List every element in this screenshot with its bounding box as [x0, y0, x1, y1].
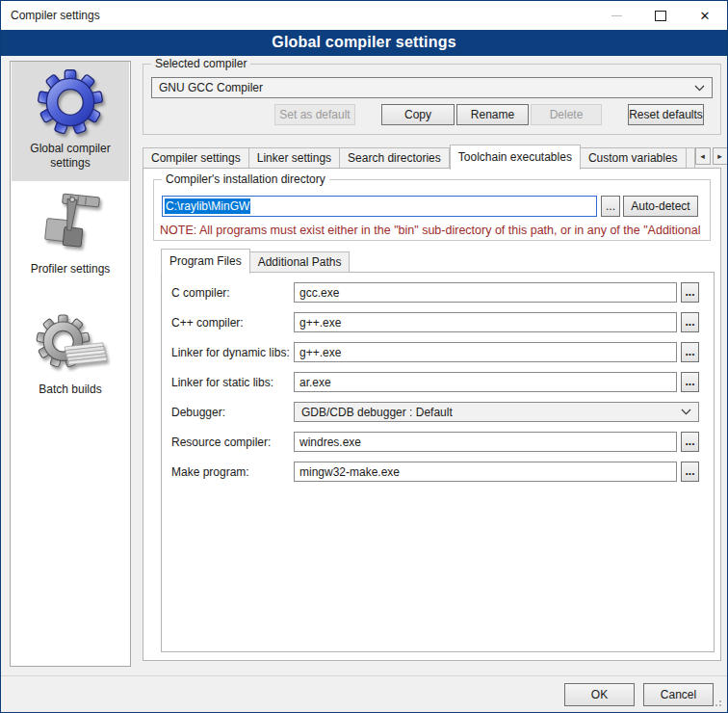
browse-button[interactable]: ...: [681, 282, 699, 303]
minimize-button[interactable]: [594, 1, 638, 30]
tab-scroll-left-button[interactable]: ◂: [695, 147, 711, 165]
settings-tab-strip: Compiler settings Linker settings Search…: [143, 144, 720, 169]
resource-compiler-input[interactable]: [294, 432, 677, 452]
set-as-default-button[interactable]: Set as default: [274, 104, 355, 125]
arrow-right-icon: ▸: [717, 151, 722, 161]
c-compiler-input[interactable]: [294, 282, 677, 303]
program-files-page: C compiler: ... C++ compiler: ... Linker…: [161, 272, 715, 652]
ellipsis-icon: ...: [685, 375, 694, 388]
browse-button[interactable]: ...: [681, 432, 699, 452]
maximize-button[interactable]: [638, 1, 683, 30]
reset-defaults-button[interactable]: Reset defaults: [628, 104, 704, 125]
ok-button[interactable]: OK: [564, 683, 635, 706]
sidebar-item-global-compiler-settings[interactable]: Global compiler settings: [12, 62, 129, 181]
debugger-select[interactable]: GDB/CDB debugger : Default: [294, 402, 699, 422]
selected-compiler-select[interactable]: GNU GCC Compiler: [151, 77, 713, 98]
browse-button[interactable]: ...: [681, 372, 699, 392]
tab-scroll-buttons: ◂ ▸: [695, 147, 728, 165]
delete-button[interactable]: Delete: [531, 104, 602, 125]
maximize-icon: [655, 11, 666, 21]
tab-search-directories[interactable]: Search directories: [340, 147, 450, 169]
ellipsis-icon: ...: [685, 285, 694, 299]
ellipsis-icon: ...: [685, 464, 694, 478]
tab-custom-variables[interactable]: Custom variables: [581, 147, 687, 169]
note-text: NOTE: All programs must exist either in …: [160, 224, 708, 237]
ellipsis-icon: ...: [685, 435, 694, 448]
blue-gear-icon: [34, 66, 107, 139]
arrow-left-icon: ◂: [700, 151, 705, 161]
cpp-compiler-input[interactable]: [294, 312, 677, 332]
toolchain-fields: C compiler: ... C++ compiler: ... Linker…: [162, 273, 714, 482]
static-libs-linker-input[interactable]: [294, 372, 677, 392]
compiler-button-row: Set as default Copy Rename Delete Reset …: [143, 104, 720, 125]
resize-grip[interactable]: [719, 704, 721, 706]
group-legend: Selected compiler: [151, 57, 250, 70]
title-bar[interactable]: Compiler settings ✕: [1, 1, 727, 30]
chevron-down-icon: [681, 409, 691, 415]
auto-detect-button[interactable]: Auto-detect: [623, 196, 698, 217]
field-row-debugger: Debugger: GDB/CDB debugger : Default: [162, 402, 714, 422]
minimize-icon: [611, 15, 622, 16]
field-row-cpp-compiler: C++ compiler: ...: [162, 312, 714, 332]
close-icon: ✕: [700, 10, 711, 22]
window-controls: ✕: [594, 1, 727, 30]
field-label: Linker for static libs:: [171, 376, 294, 389]
tab-additional-paths[interactable]: Additional Paths: [250, 251, 351, 273]
make-program-input[interactable]: [294, 462, 677, 482]
field-label: Linker for dynamic libs:: [171, 346, 294, 359]
window-title: Compiler settings: [1, 9, 100, 22]
close-button[interactable]: ✕: [683, 1, 727, 30]
browse-directory-button[interactable]: ...: [601, 196, 620, 217]
browse-button[interactable]: ...: [681, 342, 699, 362]
cancel-button[interactable]: Cancel: [643, 683, 714, 706]
installation-directory-input[interactable]: C:\raylib\MinGW: [162, 196, 597, 217]
sidebar-item-profiler-settings[interactable]: Profiler settings: [12, 184, 129, 298]
field-row-resource-compiler: Resource compiler: ...: [162, 432, 714, 452]
ellipsis-icon: ...: [685, 345, 694, 358]
gray-gear-stack-icon: [34, 310, 107, 380]
sidebar-item-batch-builds[interactable]: Batch builds: [12, 308, 129, 410]
sidebar-item-label: Batch builds: [12, 383, 129, 397]
field-label: Make program:: [171, 465, 294, 479]
field-row-c-compiler: C compiler: ...: [162, 282, 714, 303]
rename-button[interactable]: Rename: [456, 104, 529, 125]
field-row-static-linker: Linker for static libs: ...: [162, 372, 714, 392]
copy-button[interactable]: Copy: [381, 104, 455, 125]
field-label: Resource compiler:: [171, 436, 294, 449]
toolchain-executables-page: Compiler's installation directory C:\ray…: [143, 168, 721, 661]
installation-directory-group: Compiler's installation directory C:\ray…: [153, 179, 711, 241]
ellipsis-icon: ...: [606, 199, 615, 213]
field-label: Debugger:: [171, 406, 294, 419]
selected-compiler-group: Selected compiler GNU GCC Compiler Set a…: [143, 64, 721, 135]
tab-toolchain-executables[interactable]: Toolchain executables: [450, 145, 581, 170]
field-row-make-program: Make program: ...: [162, 462, 714, 482]
ellipsis-icon: ...: [685, 315, 694, 329]
browse-button[interactable]: ...: [681, 462, 699, 482]
tab-scroll-right-button[interactable]: ▸: [713, 147, 728, 165]
dialog-body: Global compiler settings Profiler: [1, 56, 727, 712]
chevron-down-icon: [694, 85, 705, 92]
field-label: C++ compiler:: [171, 316, 294, 330]
tab-program-files[interactable]: Program Files: [161, 249, 250, 274]
debugger-value: GDB/CDB debugger : Default: [301, 406, 453, 419]
selected-compiler-value: GNU GCC Compiler: [159, 81, 263, 94]
tab-linker-settings[interactable]: Linker settings: [249, 147, 340, 169]
dialog-footer: OK Cancel: [1, 675, 727, 712]
sidebar-item-label: Profiler settings: [12, 262, 129, 277]
compiler-settings-dialog: Compiler settings ✕ Global compiler sett…: [0, 0, 728, 713]
sidebar-item-label: Global compiler settings: [12, 142, 129, 171]
tab-compiler-settings[interactable]: Compiler settings: [143, 147, 249, 169]
browse-button[interactable]: ...: [681, 312, 699, 332]
group-legend: Compiler's installation directory: [162, 172, 329, 186]
settings-category-sidebar: Global compiler settings Profiler: [10, 61, 131, 667]
caliper-icon: [34, 186, 107, 259]
selected-path-text: C:\raylib\MinGW: [165, 198, 250, 214]
field-row-dynamic-linker: Linker for dynamic libs: ...: [162, 342, 714, 362]
page-title: Global compiler settings: [1, 30, 727, 56]
field-label: C compiler:: [171, 286, 294, 300]
dynamic-libs-linker-input[interactable]: [294, 342, 677, 362]
tab-build-options[interactable]: Build options: [687, 147, 695, 169]
program-files-tab-strip: Program Files Additional Paths: [161, 248, 350, 273]
